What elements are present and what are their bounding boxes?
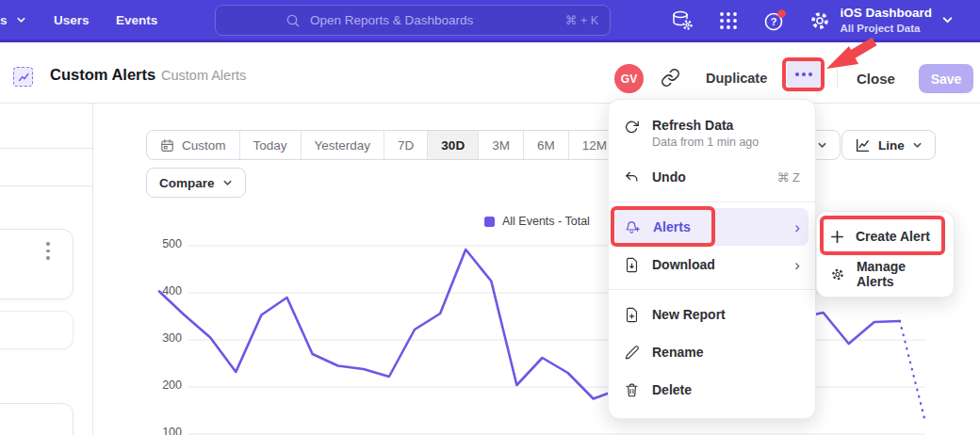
data-management-icon[interactable] [671, 9, 694, 32]
new-report-icon [624, 307, 640, 323]
menu-item-label: New Report [652, 307, 726, 322]
copy-link-icon[interactable] [661, 68, 680, 88]
chart-legend[interactable]: All Events - Total [484, 215, 590, 228]
svg-text:?: ? [771, 16, 777, 27]
nav-item-boards-truncated[interactable]: s [0, 13, 26, 27]
range-tab-label: Yesterday [315, 138, 371, 153]
notification-badge [777, 9, 786, 18]
help-icon[interactable]: ? [763, 9, 786, 32]
range-tab-today[interactable]: Today [240, 131, 302, 159]
download-icon [624, 257, 640, 273]
top-navigation-bar: s Users Events ⌘ + K ? [0, 0, 980, 42]
menu-item-rename[interactable]: Rename [609, 333, 815, 371]
range-tab-label: Custom [182, 138, 226, 153]
range-tab-30d[interactable]: 30D [428, 131, 479, 159]
chart-type-label: Line [878, 138, 905, 153]
range-tab-label: 3M [492, 138, 510, 153]
submenu-item-create-alert[interactable]: Create Alert [817, 218, 954, 255]
line-chart-icon [855, 137, 871, 153]
gear-icon [830, 266, 845, 282]
submenu-item-manage-alerts[interactable]: Manage Alerts [817, 255, 954, 293]
legend-swatch [484, 217, 495, 227]
menu-item-label: Undo [652, 169, 686, 185]
menu-item-alerts[interactable]: Alerts › [615, 208, 808, 246]
global-search-bar[interactable]: ⌘ + K [215, 5, 611, 36]
trash-icon [624, 382, 640, 398]
settings-gear-icon[interactable] [808, 9, 831, 32]
submenu-item-label: Manage Alerts [857, 259, 940, 289]
range-tab-label: 6M [537, 138, 555, 153]
chart-type-button[interactable]: Line [841, 130, 936, 160]
compare-button[interactable]: Compare [146, 168, 246, 198]
menu-item-label: Delete [652, 382, 692, 397]
chevron-down-icon [912, 140, 923, 151]
chevron-right-icon: › [794, 219, 800, 235]
y-axis-tick: 200 [139, 379, 182, 392]
undo-shortcut: ⌘ Z [776, 170, 800, 185]
report-header: ‹ Custom Alerts Custom Alerts GV Duplica… [0, 42, 980, 104]
apps-grid-icon[interactable] [717, 9, 740, 32]
nav-item-users[interactable]: Users [54, 13, 90, 27]
range-tab-yesterday[interactable]: Yesterday [302, 131, 385, 159]
project-name: iOS Dashboard [840, 5, 932, 22]
menu-item-label: Refresh Data [652, 118, 759, 133]
range-tab-custom[interactable]: Custom [147, 131, 240, 159]
menu-item-undo[interactable]: Undo ⌘ Z [609, 158, 815, 196]
submenu-item-label: Create Alert [856, 229, 930, 244]
menu-divider [609, 289, 815, 290]
nav-truncated-label: s [0, 13, 8, 27]
more-options-button[interactable] [787, 61, 821, 88]
compare-label: Compare [159, 176, 215, 190]
refresh-data-age: Data from 1 min ago [652, 136, 759, 149]
breadcrumb: Custom Alerts [161, 68, 246, 83]
nav-item-events[interactable]: Events [116, 13, 157, 27]
project-scope: All Project Data [840, 22, 932, 35]
chevron-down-icon [941, 14, 954, 26]
date-range-group: CustomTodayYesterday7D30D3M6M12M [146, 130, 621, 160]
search-shortcut-hint: ⌘ + K [565, 13, 598, 27]
chevron-down-icon [16, 15, 26, 25]
header-divider [837, 59, 838, 88]
range-tab-6m[interactable]: 6M [524, 131, 569, 159]
chevron-down-icon [222, 178, 233, 188]
y-axis-tick: 500 [139, 237, 182, 250]
plus-icon [830, 230, 844, 244]
chevron-down-icon [817, 140, 827, 151]
avatar[interactable]: GV [614, 64, 644, 93]
range-tab-7d[interactable]: 7D [384, 131, 428, 159]
y-axis-tick: 100 [139, 426, 182, 435]
pencil-icon [624, 345, 640, 361]
app-screen: s Users Events ⌘ + K ? [0, 0, 980, 435]
legend-label: All Events - Total [502, 215, 590, 228]
range-tab-label: 30D [441, 138, 465, 153]
close-button[interactable]: Close [857, 71, 895, 87]
range-tab-label: 7D [398, 138, 414, 153]
menu-item-label: Alerts [653, 219, 691, 234]
alerts-submenu: Create Alert Manage Alerts [816, 211, 955, 298]
undo-icon [624, 169, 640, 185]
save-button[interactable]: Save [919, 64, 973, 93]
page-title: Custom Alerts [50, 66, 155, 84]
calendar-icon [160, 138, 174, 153]
search-input[interactable] [301, 13, 565, 27]
menu-item-new-report[interactable]: New Report [609, 296, 815, 333]
more-options-icon [795, 72, 799, 76]
menu-item-download[interactable]: Download › [609, 246, 815, 283]
project-selector[interactable]: iOS Dashboard All Project Data [840, 5, 954, 35]
y-axis-tick: 300 [139, 331, 182, 345]
menu-item-label: Download [652, 257, 715, 272]
menu-item-delete[interactable]: Delete [609, 371, 815, 409]
range-tab-3m[interactable]: 3M [479, 131, 524, 159]
menu-item-label: Rename [652, 345, 703, 360]
more-options-menu: Refresh Data Data from 1 min ago Undo ⌘ … [608, 99, 816, 419]
menu-item-refresh-data[interactable]: Refresh Data Data from 1 min ago [609, 109, 815, 158]
alert-bell-plus-icon [624, 218, 641, 235]
y-axis-tick: 400 [139, 284, 182, 298]
chevron-right-icon: › [794, 257, 800, 273]
duplicate-button[interactable]: Duplicate [706, 71, 767, 86]
range-tab-label: Today [253, 138, 287, 153]
menu-divider [609, 201, 815, 202]
refresh-icon [624, 120, 640, 136]
report-type-icon [13, 67, 33, 87]
search-icon [286, 13, 301, 28]
